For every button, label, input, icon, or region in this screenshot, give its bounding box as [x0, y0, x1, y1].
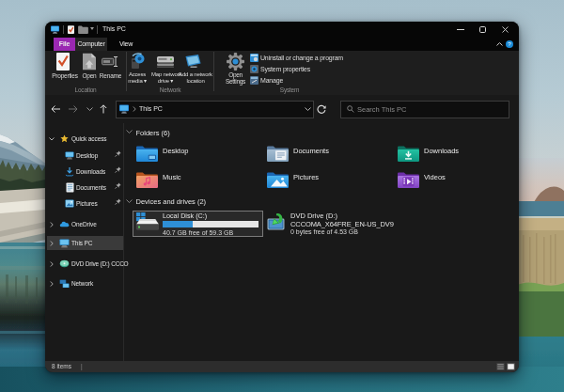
- svg-text:?: ?: [508, 40, 511, 47]
